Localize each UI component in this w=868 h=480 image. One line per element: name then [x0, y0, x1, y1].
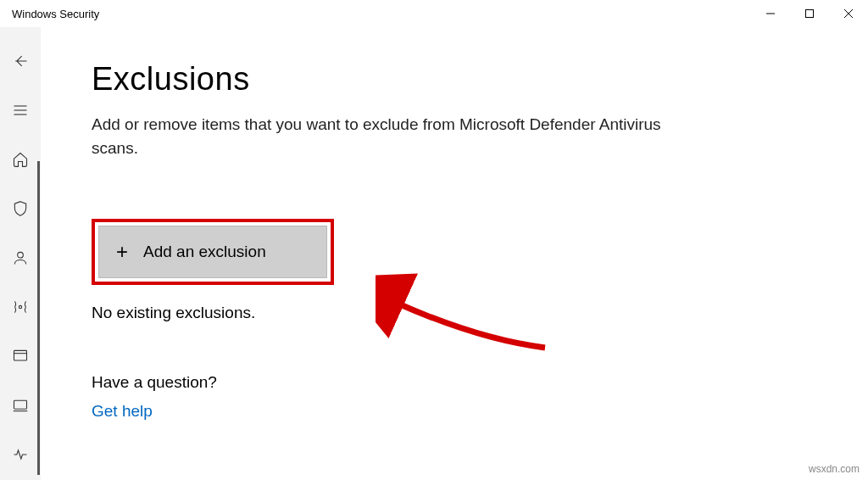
add-exclusion-button[interactable]: + Add an exclusion — [98, 226, 327, 278]
svg-rect-1 — [806, 10, 814, 18]
question-heading: Have a question? — [92, 373, 817, 392]
sidebar-indicator — [37, 161, 40, 475]
window-title: Windows Security — [7, 8, 99, 20]
page-title: Exclusions — [92, 61, 817, 98]
svg-point-8 — [19, 305, 21, 308]
shield-icon[interactable] — [3, 192, 37, 226]
main-content: Exclusions Add or remove items that you … — [41, 27, 868, 480]
sidebar — [0, 27, 41, 480]
svg-point-7 — [18, 252, 24, 258]
page-subtitle: Add or remove items that you want to exc… — [92, 113, 702, 159]
svg-rect-11 — [14, 400, 27, 409]
device-performance-icon[interactable] — [3, 438, 37, 472]
window-controls — [751, 0, 868, 27]
status-message: No existing exclusions. — [92, 304, 817, 322]
svg-rect-9 — [14, 350, 27, 360]
app-body: Exclusions Add or remove items that you … — [0, 27, 868, 480]
home-icon[interactable] — [3, 142, 37, 176]
add-exclusion-label: Add an exclusion — [143, 243, 266, 261]
app-browser-icon[interactable] — [3, 339, 37, 373]
annotation-highlight: + Add an exclusion — [92, 219, 334, 285]
plus-icon: + — [116, 240, 128, 264]
account-icon[interactable] — [3, 241, 37, 275]
back-icon[interactable] — [3, 44, 37, 78]
maximize-button[interactable] — [790, 0, 829, 27]
menu-icon[interactable] — [3, 93, 37, 127]
device-security-icon[interactable] — [3, 388, 37, 422]
close-button[interactable] — [829, 0, 868, 27]
watermark: wsxdn.com — [809, 463, 860, 475]
titlebar: Windows Security — [0, 0, 868, 27]
minimize-button[interactable] — [751, 0, 790, 27]
firewall-icon[interactable] — [3, 290, 37, 324]
get-help-link[interactable]: Get help — [92, 402, 153, 420]
